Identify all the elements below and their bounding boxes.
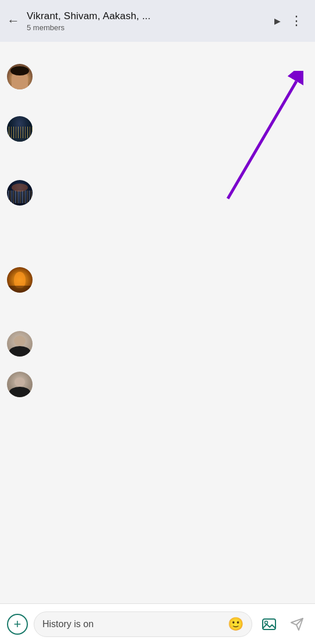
image-icon [262,617,277,632]
member-count: 5 members [27,23,272,32]
message-row [0,367,315,402]
avatar [7,331,33,357]
message-row [0,326,315,361]
emoji-button[interactable]: 🙂 [228,617,244,632]
message-row [0,262,315,297]
message-input[interactable]: History is on [42,619,223,629]
svg-point-3 [265,621,268,624]
message-row [0,59,315,94]
svg-rect-2 [263,619,275,629]
send-icon [290,617,304,631]
send-button[interactable] [286,613,308,635]
message-row [0,111,315,146]
chat-area [0,42,315,603]
avatar [7,267,33,293]
image-button[interactable] [258,613,280,635]
header: ← Vikrant, Shivam, Aakash, ... 5 members… [0,0,315,42]
back-button[interactable]: ← [7,15,20,27]
header-actions: ▶ ⋮ [272,11,308,31]
chat-title: Vikrant, Shivam, Aakash, ... [27,10,272,22]
chat-info: Vikrant, Shivam, Aakash, ... 5 members [27,10,272,32]
avatar [7,64,33,89]
more-options-button[interactable]: ⋮ [285,11,308,31]
add-button[interactable]: + [7,614,28,635]
avatar [7,116,33,142]
avatar [7,180,33,206]
input-bar: + History is on 🙂 [0,603,315,644]
message-input-wrapper: History is on 🙂 [34,611,252,637]
message-row [0,175,315,210]
avatar [7,372,33,397]
expand-icon[interactable]: ▶ [272,13,283,29]
